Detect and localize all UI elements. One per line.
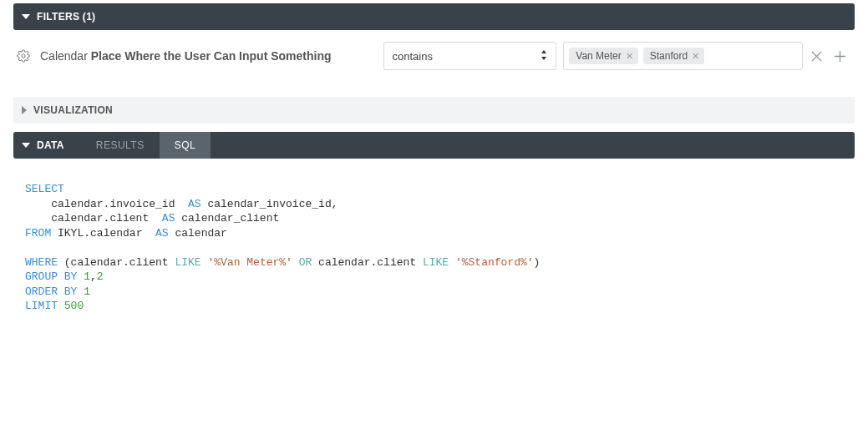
- sql-keyword: SELECT: [25, 183, 64, 195]
- filter-field-light: Calendar: [40, 49, 88, 63]
- filter-value-input[interactable]: Van Meter ✕ Stanford ✕: [563, 42, 803, 70]
- sql-text: IKYL.calendar: [51, 227, 155, 240]
- sql-keyword: OR: [292, 256, 312, 269]
- filters-bar-label: FILTERS (1): [37, 11, 95, 23]
- filter-tag: Stanford ✕: [643, 48, 704, 64]
- sql-text: calendar.invoice_id: [25, 198, 188, 210]
- sql-keyword: AS: [155, 227, 169, 240]
- sql-text: calendar_invoice_id,: [201, 198, 338, 210]
- filter-row: Calendar Place Where the User Can Input …: [13, 30, 855, 82]
- visualization-bar[interactable]: VISUALIZATION: [13, 97, 855, 124]
- filter-row-actions: [810, 49, 850, 63]
- sql-number: 500: [58, 300, 84, 312]
- filters-bar[interactable]: FILTERS (1): [13, 3, 855, 30]
- tab-sql[interactable]: SQL: [160, 132, 211, 159]
- sql-number: 1: [77, 270, 90, 283]
- filter-tag-label: Stanford: [650, 50, 688, 62]
- sql-text: ,: [90, 270, 97, 283]
- filter-field-bold: Place Where the User Can Input Something: [91, 49, 332, 63]
- sort-caret-icon: [541, 50, 547, 62]
- svg-point-0: [22, 54, 25, 58]
- filter-operator-value: contains: [393, 50, 433, 63]
- sql-text: ): [534, 256, 541, 269]
- sql-literal: '%Stanford%': [449, 256, 533, 269]
- visualization-bar-label: VISUALIZATION: [33, 104, 113, 116]
- remove-tag-icon[interactable]: ✕: [692, 51, 699, 62]
- filter-tag: Van Meter ✕: [569, 48, 637, 64]
- sql-keyword: LIMIT: [25, 300, 58, 312]
- data-tabs: RESULTS SQL: [81, 132, 211, 159]
- caret-down-icon: [22, 143, 30, 148]
- caret-down-icon: [22, 14, 30, 19]
- filter-tag-label: Van Meter: [576, 50, 621, 62]
- sql-keyword: AS: [162, 212, 175, 225]
- sql-keyword: GROUP BY: [25, 270, 77, 283]
- add-filter-icon[interactable]: [833, 49, 846, 63]
- sql-text: (calendar.client: [58, 256, 175, 269]
- sql-literal: '%Van Meter%': [201, 256, 292, 269]
- tab-label: RESULTS: [96, 139, 145, 151]
- sql-keyword: WHERE: [25, 256, 58, 269]
- data-bar-label: DATA: [37, 139, 64, 151]
- sql-keyword: AS: [188, 198, 201, 210]
- gear-icon[interactable]: [17, 49, 30, 63]
- remove-tag-icon[interactable]: ✕: [626, 51, 633, 62]
- tab-results[interactable]: RESULTS: [81, 132, 160, 159]
- remove-filter-icon[interactable]: [810, 49, 823, 63]
- sql-text: calendar_client: [175, 212, 279, 225]
- sql-keyword: LIKE: [423, 256, 449, 269]
- sql-keyword: LIKE: [175, 256, 201, 269]
- sql-number: 1: [77, 285, 90, 298]
- tab-label: SQL: [175, 139, 196, 151]
- sql-text: calendar: [169, 227, 227, 240]
- filter-operator-select[interactable]: contains: [383, 42, 557, 70]
- sql-keyword: ORDER BY: [25, 285, 77, 298]
- data-bar[interactable]: DATA RESULTS SQL: [13, 132, 855, 159]
- sql-keyword: FROM: [25, 227, 51, 240]
- sql-text: calendar.client: [25, 212, 162, 225]
- sql-number: 2: [97, 270, 104, 283]
- caret-right-icon: [22, 106, 27, 114]
- sql-text: calendar.client: [312, 256, 423, 269]
- filter-field-label: Calendar Place Where the User Can Input …: [40, 49, 332, 63]
- sql-code-block: SELECT calendar.invoice_id AS calendar_i…: [13, 159, 855, 324]
